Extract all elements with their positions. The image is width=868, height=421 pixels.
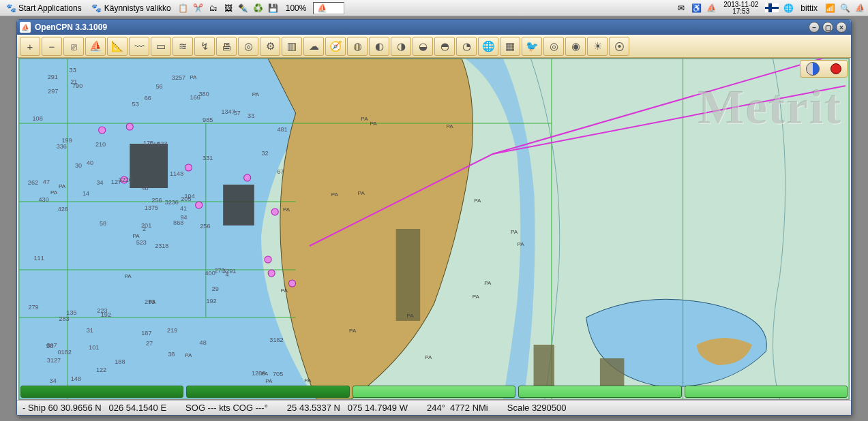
sat-button[interactable]: ◉ [565,37,586,56]
app-icon: ⛵ [20,22,31,33]
clock[interactable]: 2013-11-02 17:53 [721,1,761,15]
main-toolbar: + − ⎚ ⛵ 📐 〰 ▭ ≋ ↯ 🖶 ◎ ⚙ ▥ ☁ 🧭 ◍ ◐ ◑ ◒ ◓ … [17,35,851,58]
currents-button[interactable]: ↯ [194,37,215,56]
search-icon[interactable]: 🔍 [839,3,850,14]
track-button[interactable]: 〰 [129,37,149,56]
user-label[interactable]: bittix [798,2,820,14]
sounding-value: 192 [206,298,216,305]
grib-button[interactable]: ☁ [303,37,324,56]
disk-icon[interactable]: 💾 [268,3,279,14]
chart-selector-bar[interactable] [20,386,848,398]
sounding-value: 523 [136,239,147,246]
sounding-value: 3257 [172,74,185,81]
chart-segment[interactable] [353,386,515,398]
chart-canvas[interactable]: 2318336230720519238062398586879070542648… [18,58,850,400]
help-icon: ⦿ [614,41,625,52]
start-applications-menu[interactable]: 🐾 Start Applications [3,1,85,15]
sounding-value: 94 [181,214,188,221]
pa-label: PA [185,352,192,358]
scissors-icon[interactable]: ✂️ [193,3,204,14]
clipboard-icon[interactable]: 📋 [178,3,189,14]
svg-point-22 [289,280,296,287]
settings-button[interactable]: ⚙ [260,37,280,56]
tides-button[interactable]: ≋ [173,37,193,56]
plugin-icon: ◍ [353,40,362,52]
sounding-value: 111 [34,255,44,262]
chart-segment[interactable] [20,386,183,398]
titlebar[interactable]: ⛵ OpenCPN 3.3.1009 – ▢ × [17,20,851,35]
chart-segment[interactable] [518,386,681,398]
pa-label: PA [304,377,312,384]
accessibility-icon[interactable]: ♿ [691,3,702,14]
status-ship-lat: 60 30.9656 N [48,403,102,413]
print-button[interactable]: 🖶 [216,37,237,56]
plugin-button-3[interactable]: ◑ [391,37,411,56]
radar-button[interactable]: ◎ [543,37,564,56]
zoom-out-button[interactable]: − [42,37,62,56]
cat-icon: 🐾 [91,3,102,14]
route-button[interactable]: 📐 [107,37,128,56]
sounding-value: 1375 [145,204,158,211]
plugin-button-5[interactable]: ◓ [434,37,455,56]
keyboard-layout-flag-fi[interactable] [765,3,779,12]
plugin-button-2[interactable]: ◐ [369,37,389,56]
maximize-button[interactable]: ▢ [822,22,833,33]
minimize-button[interactable]: – [809,22,820,33]
window-title: OpenCPN 3.3.1009 [35,22,107,32]
pa-label: PA [149,299,156,305]
globe-button[interactable]: 🌐 [478,37,498,56]
files-icon[interactable]: 🗂 [208,3,219,14]
opencpn-window: ⛵ OpenCPN 3.3.1009 – ▢ × + − ⎚ ⛵ 📐 〰 ▭ ≋… [16,19,852,416]
pa-label: PA [370,121,378,127]
gps-status-icon[interactable] [830,63,841,74]
svg-rect-11 [396,229,420,321]
plugin-icon: ◒ [419,40,428,52]
mail-icon[interactable]: ✉ [676,3,687,14]
cpu-meter[interactable]: 100% [283,2,310,14]
calc-button[interactable]: ▦ [500,37,520,56]
screenshot-icon[interactable]: 🖼 [223,3,234,14]
opencpn-mini-icon: ⛵ [316,3,327,14]
light-icon: ☀ [593,40,602,52]
plugin-icon: ◓ [440,40,449,52]
start-menu-localized[interactable]: 🐾 Käynnistys valikko [89,1,174,15]
network-icon[interactable]: 📶 [824,3,835,14]
opencpn-tray-icon[interactable]: ⛵ [706,3,717,14]
scale-button[interactable]: ⎚ [63,37,84,56]
currents-icon: ↯ [200,40,209,52]
sounding-value: 705 [273,371,283,377]
follow-ship-button[interactable]: ⛵ [85,37,106,56]
zoom-in-button[interactable]: + [20,37,40,56]
plugin-button-6[interactable]: ◔ [456,37,477,56]
sounding-value: 34 [96,179,103,186]
sounding-value: 38 [168,351,175,358]
wmm-button[interactable]: 🧭 [325,37,346,56]
sounding-value: 32 [262,150,269,157]
bird-button[interactable]: 🐦 [522,37,542,56]
light-button[interactable]: ☀ [587,37,608,56]
status-ship-lon: 026 54.1540 E [109,403,167,413]
sounding-value: 108 [33,115,43,122]
compass-rose-icon[interactable] [806,62,820,76]
close-button[interactable]: × [836,22,847,33]
active-app-thumbnail[interactable]: ⛵ [313,2,344,14]
plugin-button-4[interactable]: ◒ [413,37,433,56]
dashboard-button[interactable]: ▥ [282,37,302,56]
plugin-button-1[interactable]: ◍ [347,37,368,56]
svg-rect-13 [600,358,624,389]
ais-button[interactable]: ◎ [238,37,258,56]
pen-icon[interactable]: ✒️ [238,3,249,14]
chart-segment[interactable] [685,386,848,398]
sounding-value: 297 [48,89,58,95]
status-cursor-lat: 25 43.5337 N [287,403,340,413]
help-button[interactable]: ⦿ [609,37,629,56]
recycle-icon[interactable]: ♻️ [253,3,264,14]
sounding-value: 256 [200,223,210,230]
sounding-value: 21 [70,78,77,85]
chart-segment[interactable] [186,386,349,398]
globe-tray-icon[interactable]: 🌐 [783,3,794,14]
svg-point-17 [185,164,192,171]
schedule-button[interactable]: ▭ [151,37,171,56]
sounding-value: 279 [28,304,38,311]
opencpn-tray-icon-2[interactable]: ⛵ [854,3,865,14]
